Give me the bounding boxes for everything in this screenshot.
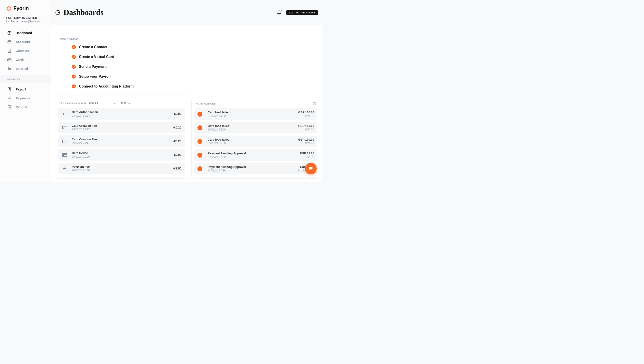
svg-rect-28 bbox=[62, 153, 67, 156]
transaction-row[interactable]: Card Authorisation03/03/24 20:34€0.00 bbox=[58, 108, 185, 120]
logo: Fyorin bbox=[0, 0, 51, 15]
edit-notifications-button[interactable]: EDIT NOTIFICATIONS bbox=[286, 10, 318, 15]
notification-date: 04/03/24 17:39 bbox=[208, 155, 294, 158]
svg-rect-38 bbox=[200, 141, 200, 142]
notification-account: Z2 - M bbox=[300, 155, 314, 158]
svg-rect-6 bbox=[8, 41, 11, 43]
info-icon bbox=[198, 112, 202, 117]
chevron-down-icon bbox=[44, 18, 44, 21]
svg-point-32 bbox=[314, 103, 315, 104]
transactions-label: TRANSACTIONS FOR bbox=[59, 102, 86, 105]
quick-setup-item[interactable]: Create a Contact bbox=[72, 45, 183, 49]
account-email: karolina.jarosinska@fyorin.com bbox=[6, 20, 42, 23]
logo-text: Fyorin bbox=[14, 5, 28, 12]
transactions-panel: TRANSACTIONS FOR MW PP EUR bbox=[55, 98, 188, 179]
sidebar-service-payroll[interactable]: Payroll bbox=[0, 85, 51, 94]
quick-setup-item[interactable]: Connect to Accounting Platform bbox=[72, 84, 183, 88]
transaction-row[interactable]: Payment Fee20/02/24 21:40-€1.50 bbox=[58, 163, 185, 174]
info-icon bbox=[198, 166, 202, 171]
transaction-title: Card Creation Fee bbox=[72, 124, 168, 127]
svg-rect-40 bbox=[200, 155, 200, 156]
svg-point-1 bbox=[10, 7, 11, 8]
notification-date: 04/03/24 17:39 bbox=[208, 169, 292, 172]
svg-point-5 bbox=[7, 7, 8, 8]
sidebar-item-accounts[interactable]: Accounts bbox=[0, 37, 51, 46]
svg-point-39 bbox=[200, 154, 200, 155]
sidebar-item-external[interactable]: External bbox=[0, 64, 51, 73]
transactions-account-dropdown[interactable]: MW PP bbox=[89, 102, 116, 105]
sidebar-item-label: Dashboard bbox=[16, 31, 32, 35]
transaction-row[interactable]: Card Creation Fee29/02/24 23:17-€0.20 bbox=[58, 122, 185, 133]
nav-section-services-label: SERVICES bbox=[0, 75, 51, 83]
quick-setup-item-label: Create a Virtual Card bbox=[79, 55, 114, 59]
transaction-title: Card Authorisation bbox=[72, 110, 170, 114]
quick-setup-item[interactable]: Setup your Payroll bbox=[72, 75, 183, 79]
gear-icon[interactable] bbox=[312, 102, 316, 105]
transactions-currency-dropdown[interactable]: EUR bbox=[121, 102, 130, 105]
arrow-left-icon bbox=[62, 166, 67, 171]
content: QUICK SETUP Create a ContactCreate a Vir… bbox=[51, 25, 322, 182]
transaction-amount: -€0.20 bbox=[173, 126, 181, 129]
notification-amount: EUR 11.00 bbox=[300, 151, 314, 155]
notification-title: Card load failed bbox=[208, 138, 293, 141]
sidebar-service-label: Reports bbox=[16, 105, 28, 109]
notification-amount: GBP 100.00 bbox=[298, 111, 314, 114]
info-icon bbox=[198, 139, 202, 144]
notification-date: 06/03/24 05:00 bbox=[208, 128, 293, 131]
card-icon bbox=[62, 139, 67, 144]
notification-row[interactable]: Card load failed05/03/24 05:00GBP 100.00… bbox=[194, 136, 317, 147]
sidebar-service-label: Payments bbox=[16, 96, 30, 100]
svg-rect-22 bbox=[62, 126, 67, 129]
account-switcher[interactable]: PORTERPAYS LIMITED karolina.jarosinska@f… bbox=[0, 15, 51, 27]
svg-point-9 bbox=[9, 50, 10, 51]
notification-account: MW PP bbox=[298, 114, 314, 117]
window-icon bbox=[7, 40, 12, 44]
company-name: PORTERPAYS LIMITED bbox=[6, 16, 42, 20]
sidebar-service-payments[interactable]: Payments bbox=[0, 94, 51, 103]
check-circle-icon bbox=[72, 65, 76, 69]
bell-dot-icon bbox=[281, 10, 282, 11]
arrow-left-icon bbox=[62, 111, 67, 117]
sidebar-item-contacts[interactable]: Contacts bbox=[0, 46, 51, 55]
notification-row[interactable]: Payment Awaiting Approval04/03/24 17:39E… bbox=[194, 163, 317, 174]
notification-row[interactable]: Payment Awaiting Approval04/03/24 17:39E… bbox=[194, 149, 317, 161]
notifications-bell-button[interactable] bbox=[277, 10, 281, 15]
transaction-title: Card Delete bbox=[72, 151, 170, 155]
sidebar-service-reports[interactable]: Reports bbox=[0, 103, 51, 112]
transaction-row[interactable]: Card Delete26/02/24 01:00€0.00 bbox=[58, 149, 185, 160]
check-circle-icon bbox=[72, 45, 76, 49]
transaction-date: 29/02/24 23:17 bbox=[72, 128, 168, 131]
svg-point-0 bbox=[8, 6, 10, 8]
svg-point-33 bbox=[200, 113, 200, 114]
sidebar-item-label: Cards bbox=[16, 58, 24, 62]
quick-setup-item[interactable]: Send a Payment bbox=[72, 65, 183, 69]
quick-setup-list: Create a ContactCreate a Virtual CardSen… bbox=[60, 45, 183, 88]
notification-account: MW PP bbox=[298, 128, 314, 131]
transaction-row[interactable]: Card Creation Fee29/02/24 23:17-€0.20 bbox=[58, 135, 185, 147]
transaction-date: 26/02/24 01:00 bbox=[72, 155, 170, 158]
transactions-list: Card Authorisation03/03/24 20:34€0.00Car… bbox=[58, 108, 185, 174]
quick-setup-card: QUICK SETUP Create a ContactCreate a Vir… bbox=[55, 33, 188, 94]
notification-row[interactable]: Card load failed07/03/24 05:00GBP 100.00… bbox=[194, 108, 317, 120]
svg-rect-36 bbox=[200, 128, 200, 129]
sidebar-item-dashboard[interactable]: Dashboard bbox=[0, 29, 51, 37]
chat-fab-button[interactable] bbox=[305, 163, 317, 174]
quick-setup-item[interactable]: Create a Virtual Card bbox=[72, 55, 183, 59]
svg-point-2 bbox=[10, 9, 11, 10]
quick-setup-item-label: Create a Contact bbox=[79, 45, 107, 49]
card-icon bbox=[62, 152, 67, 158]
header: Dashboards EDIT NOTIFICATIONS bbox=[51, 0, 322, 25]
sidebar-item-cards[interactable]: Cards bbox=[0, 55, 51, 64]
notification-title: Card load failed bbox=[208, 124, 293, 128]
quick-setup-item-label: Send a Payment bbox=[79, 65, 107, 69]
chevron-down-icon bbox=[128, 102, 130, 105]
svg-rect-25 bbox=[62, 140, 67, 143]
notification-row[interactable]: Card load failed06/03/24 05:00GBP 100.00… bbox=[194, 122, 317, 133]
transactions-account-value: MW PP bbox=[89, 102, 98, 105]
pie-chart-icon bbox=[7, 31, 12, 35]
transactions-currency-value: EUR bbox=[121, 102, 126, 105]
pie-chart-icon bbox=[55, 10, 61, 16]
notifications-panel: NOTIFICATIONS Card load failed07/03/24 0… bbox=[192, 98, 320, 179]
sidebar-item-label: Accounts bbox=[16, 40, 30, 44]
notification-title: Payment Awaiting Approval bbox=[208, 151, 294, 155]
